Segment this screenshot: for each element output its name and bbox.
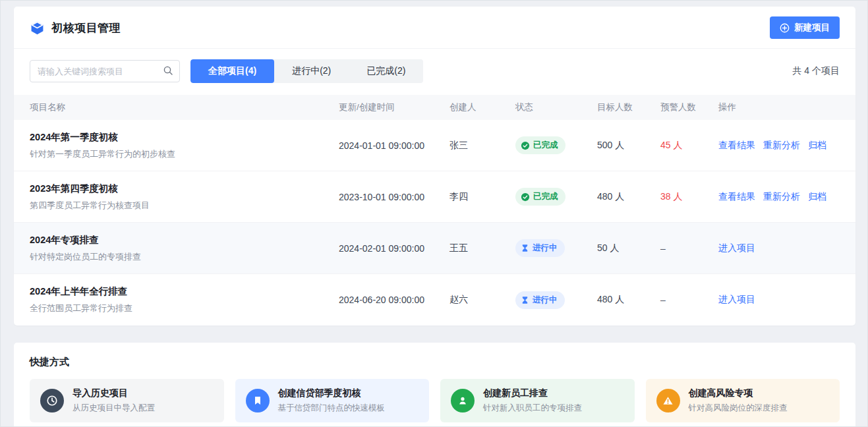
- shortcut-desc: 基于信贷部门特点的快速模板: [278, 403, 386, 414]
- shortcut-title: 创建信贷部季度初核: [278, 387, 386, 399]
- shortcut-title: 创建高风险专项: [689, 387, 788, 399]
- project-creator: 李四: [449, 191, 515, 203]
- page: 初核项目管理 新建项目 全部项目(4) 进行中(2) 已完成(2): [0, 0, 868, 427]
- action-archive[interactable]: 归档: [808, 140, 826, 152]
- status-badge: 已完成: [515, 188, 565, 206]
- table-row: 2023年第四季度初核 第四季度员工异常行为核查项目 2023-10-01 09…: [14, 171, 855, 223]
- shortcuts-title: 快捷方式: [30, 356, 840, 368]
- filter-tabs: 全部项目(4) 进行中(2) 已完成(2): [190, 59, 423, 83]
- warning-count: –: [660, 243, 718, 254]
- table-row: 2024年专项排查 针对特定岗位员工的专项排查 2024-02-01 09:00…: [14, 223, 855, 274]
- project-time: 2024-02-01 09:00:00: [339, 243, 449, 254]
- project-desc: 第四季度员工异常行为核查项目: [30, 200, 339, 212]
- project-creator: 赵六: [449, 294, 515, 306]
- check-circle-icon: [521, 141, 530, 150]
- user-icon: [451, 389, 475, 413]
- project-name: 2023年第四季度初核: [30, 183, 339, 195]
- page-header: 初核项目管理 新建项目: [14, 7, 855, 49]
- action-reanalyze[interactable]: 重新分析: [763, 191, 800, 203]
- action-enter-project[interactable]: 进入项目: [718, 294, 755, 306]
- tab-completed[interactable]: 已完成(2): [349, 59, 423, 83]
- project-time: 2024-06-20 09:00:00: [339, 295, 449, 305]
- col-creator: 创建人: [449, 101, 515, 113]
- warning-count: 38 人: [660, 191, 718, 203]
- toolbar: 全部项目(4) 进行中(2) 已完成(2) 共 4 个项目: [14, 49, 855, 95]
- action-enter-project[interactable]: 进入项目: [718, 242, 755, 254]
- col-actions: 操作: [718, 101, 840, 113]
- table-row: 2024年上半年全行排查 全行范围员工异常行为排查 2024-06-20 09:…: [14, 274, 855, 326]
- tab-all-projects[interactable]: 全部项目(4): [190, 59, 274, 83]
- shortcut-title: 创建新员工排查: [483, 387, 582, 399]
- page-title: 初核项目管理: [51, 20, 121, 36]
- col-warning: 预警人数: [660, 101, 718, 113]
- clock-icon: [40, 389, 64, 413]
- shortcut-title: 导入历史项目: [72, 387, 155, 399]
- project-name: 2024年第一季度初核: [30, 131, 339, 144]
- project-desc: 全行范围员工异常行为排查: [30, 302, 339, 314]
- col-project-name: 项目名称: [30, 101, 339, 113]
- shortcut-desc: 从历史项目中导入配置: [72, 403, 155, 414]
- row-actions: 进入项目: [718, 294, 840, 306]
- warning-count: –: [660, 295, 718, 305]
- col-status: 状态: [515, 101, 597, 113]
- warning-icon: [656, 389, 680, 413]
- project-time: 2024-01-01 09:00:00: [339, 140, 449, 151]
- status-badge: 进行中: [515, 239, 565, 257]
- check-circle-icon: [521, 192, 530, 202]
- row-actions: 查看结果 重新分析 归档: [718, 191, 840, 203]
- action-view-results[interactable]: 查看结果: [718, 191, 755, 203]
- action-view-results[interactable]: 查看结果: [718, 140, 755, 152]
- action-reanalyze[interactable]: 重新分析: [763, 140, 800, 152]
- row-actions: 进入项目: [718, 242, 840, 254]
- shortcuts-section: 快捷方式 导入历史项目 从历史项目中导入配置 创建信贷部季度初核 基于信贷部门特…: [14, 343, 855, 427]
- action-archive[interactable]: 归档: [808, 191, 826, 203]
- target-count: 480 人: [597, 191, 660, 203]
- hourglass-icon: [521, 296, 529, 304]
- status-badge: 已完成: [515, 136, 565, 154]
- new-project-label: 新建项目: [794, 22, 830, 34]
- new-project-button[interactable]: 新建项目: [770, 16, 840, 39]
- col-time: 更新/创建时间: [339, 101, 449, 113]
- shortcut-new-employee-check[interactable]: 创建新员工排查 针对新入职员工的专项排查: [440, 379, 635, 422]
- col-target: 目标人数: [597, 101, 660, 113]
- search-box: [30, 60, 180, 82]
- bookmark-icon: [246, 389, 270, 413]
- project-name: 2024年专项排查: [30, 234, 339, 246]
- project-time: 2023-10-01 09:00:00: [339, 192, 449, 202]
- project-name: 2024年上半年全行排查: [30, 285, 339, 298]
- tab-in-progress[interactable]: 进行中(2): [274, 59, 349, 83]
- shortcut-high-risk-special[interactable]: 创建高风险专项 针对高风险岗位的深度排查: [646, 379, 840, 422]
- shortcut-desc: 针对高风险岗位的深度排查: [689, 403, 788, 414]
- project-creator: 张三: [449, 140, 515, 152]
- shortcut-import-history[interactable]: 导入历史项目 从历史项目中导入配置: [30, 379, 224, 422]
- row-actions: 查看结果 重新分析 归档: [718, 140, 840, 152]
- warning-count: 45 人: [660, 140, 718, 152]
- project-list-card: 初核项目管理 新建项目 全部项目(4) 进行中(2) 已完成(2): [14, 7, 855, 326]
- search-icon[interactable]: [163, 65, 173, 78]
- project-desc: 针对第一季度员工异常行为的初步核查: [30, 148, 339, 160]
- shortcut-credit-dept-review[interactable]: 创建信贷部季度初核 基于信贷部门特点的快速模板: [235, 379, 430, 422]
- target-count: 480 人: [597, 294, 660, 306]
- table-row: 2024年第一季度初核 针对第一季度员工异常行为的初步核查 2024-01-01…: [14, 120, 855, 171]
- total-count: 共 4 个项目: [792, 65, 840, 77]
- app-cube-icon: [30, 20, 45, 36]
- hourglass-icon: [521, 244, 529, 252]
- plus-circle-icon: [780, 23, 790, 33]
- search-input[interactable]: [30, 60, 180, 82]
- table-header: 项目名称 更新/创建时间 创建人 状态 目标人数 预警人数 操作: [14, 95, 855, 120]
- status-badge: 进行中: [515, 291, 565, 309]
- project-creator: 王五: [449, 242, 515, 254]
- project-desc: 针对特定岗位员工的专项排查: [30, 251, 339, 263]
- target-count: 50 人: [597, 242, 660, 254]
- target-count: 500 人: [597, 140, 660, 152]
- shortcut-desc: 针对新入职员工的专项排查: [483, 403, 582, 414]
